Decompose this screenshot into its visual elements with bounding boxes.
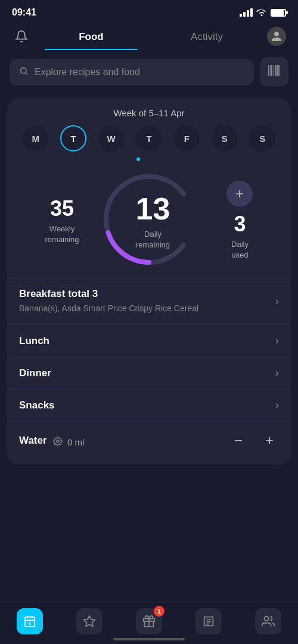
main-card: Week of 5–11 Apr M T W T F S S <box>7 98 291 465</box>
water-value: 0 ml <box>67 435 84 447</box>
day-tuesday[interactable]: T <box>60 125 86 151</box>
snacks-row[interactable]: Snacks › <box>7 389 291 421</box>
nav-tabs: Food Activity <box>0 23 298 50</box>
add-circle-button[interactable] <box>226 181 253 207</box>
search-icon <box>19 66 29 78</box>
nav-news[interactable] <box>195 608 222 634</box>
svg-text:6: 6 <box>29 621 31 626</box>
search-placeholder: Explore recipes and food <box>35 67 140 78</box>
home-indicator <box>113 638 185 640</box>
bell-icon[interactable] <box>10 30 33 43</box>
wifi-icon <box>256 8 267 18</box>
favorites-icon <box>76 608 103 634</box>
water-increase-button[interactable]: + <box>260 431 279 450</box>
svg-point-12 <box>57 440 59 442</box>
svg-rect-2 <box>270 65 271 76</box>
breakfast-chevron-icon: › <box>275 295 279 308</box>
day-dot-monday <box>136 157 140 161</box>
dinner-title: Dinner <box>19 367 275 379</box>
svg-rect-7 <box>278 65 280 76</box>
social-icon <box>255 608 281 634</box>
day-sunday[interactable]: S <box>249 125 275 151</box>
snacks-title: Snacks <box>19 400 275 411</box>
meal-sections: Breakfast total 3 Banana(s), Asda Smart … <box>7 273 291 465</box>
stat-used: 3 Dailyused <box>226 181 253 261</box>
nav-today[interactable]: 6 <box>17 608 43 634</box>
breakfast-title: Breakfast total 3 <box>19 288 275 300</box>
stat-daily: 13 Dailyremaining <box>136 191 170 250</box>
status-bar: 09:41 <box>0 0 298 23</box>
weekly-number: 35 <box>45 196 79 221</box>
day-thursday[interactable]: T <box>136 125 162 151</box>
status-time: 09:41 <box>12 7 36 18</box>
dinner-row[interactable]: Dinner › <box>7 357 291 389</box>
day-wednesday[interactable]: W <box>98 125 125 151</box>
search-container: Explore recipes and food <box>0 50 298 94</box>
water-title: Water <box>19 435 47 446</box>
signal-bars-icon <box>240 8 253 17</box>
snacks-info: Snacks <box>19 400 275 411</box>
news-icon <box>195 608 222 634</box>
used-number: 3 <box>226 212 253 237</box>
week-header: Week of 5–11 Apr <box>7 98 291 125</box>
used-label: Dailyused <box>226 239 253 261</box>
daily-label: Dailyremaining <box>136 229 170 250</box>
weekly-label: Weeklyremaining <box>45 224 79 245</box>
water-left: Water 0 ml <box>19 435 84 447</box>
water-row: Water 0 ml − + <box>7 421 291 460</box>
lunch-chevron-icon: › <box>275 335 279 347</box>
day-friday[interactable]: F <box>173 125 200 151</box>
stat-weekly: 35 Weeklyremaining <box>45 196 79 245</box>
tab-food[interactable]: Food <box>33 23 149 50</box>
barcode-button[interactable] <box>260 57 288 86</box>
svg-point-0 <box>21 67 26 73</box>
water-decrease-button[interactable]: − <box>229 431 248 450</box>
breakfast-info: Breakfast total 3 Banana(s), Asda Smart … <box>19 288 275 315</box>
day-saturday[interactable]: S <box>212 125 238 151</box>
nav-favorites[interactable] <box>76 608 103 634</box>
svg-rect-4 <box>274 65 274 76</box>
breakfast-subtitle: Banana(s), Asda Smart Price Crispy Rice … <box>19 302 275 315</box>
nav-gifts[interactable]: 1 <box>136 608 162 634</box>
lunch-title: Lunch <box>19 335 275 347</box>
search-bar[interactable]: Explore recipes and food <box>10 59 254 85</box>
lunch-info: Lunch <box>19 335 275 347</box>
water-settings-icon[interactable] <box>49 435 63 445</box>
svg-rect-1 <box>268 65 269 76</box>
daily-number: 13 <box>136 191 170 227</box>
svg-point-24 <box>265 617 269 621</box>
nav-social[interactable] <box>255 608 281 634</box>
svg-rect-5 <box>275 65 277 76</box>
gift-badge: 1 <box>154 606 164 617</box>
today-icon: 6 <box>17 608 43 634</box>
dinner-info: Dinner <box>19 367 275 379</box>
svg-marker-18 <box>84 616 95 626</box>
dinner-chevron-icon: › <box>275 367 279 379</box>
status-icons <box>240 8 286 18</box>
battery-icon <box>271 9 286 17</box>
avatar[interactable] <box>265 27 288 46</box>
svg-rect-6 <box>277 65 278 76</box>
stats-section: 35 Weeklyremaining 13 Dailyremaining 3 D… <box>7 166 291 273</box>
avatar-icon <box>267 27 286 46</box>
tab-group: Food Activity <box>33 23 265 50</box>
day-monday[interactable]: M <box>23 125 49 151</box>
svg-rect-3 <box>271 65 272 76</box>
snacks-chevron-icon: › <box>275 399 279 411</box>
water-controls: − + <box>229 431 279 450</box>
lunch-row[interactable]: Lunch › <box>7 324 291 357</box>
breakfast-row[interactable]: Breakfast total 3 Banana(s), Asda Smart … <box>7 278 291 324</box>
tab-activity[interactable]: Activity <box>149 23 265 50</box>
